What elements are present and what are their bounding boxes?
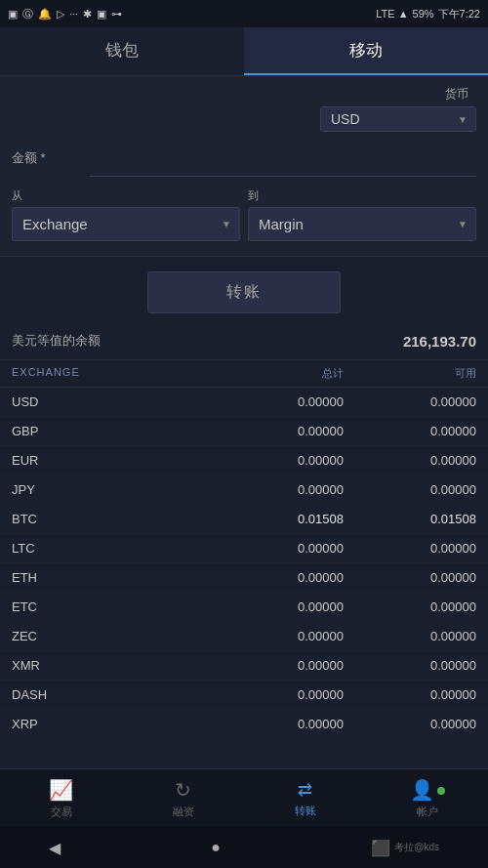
nav-account[interactable]: 👤 帐户 (366, 769, 488, 827)
funding-icon: ↻ (175, 778, 191, 802)
currency-cell: USD (12, 394, 211, 409)
transfer-button[interactable]: 转账 (147, 271, 341, 313)
nav-transfer[interactable]: ⇄ 转账 (244, 769, 366, 827)
available-cell: 0.00000 (344, 687, 476, 702)
available-cell: 0.00000 (344, 658, 476, 673)
available-cell: 0.00000 (344, 394, 476, 409)
currency-cell: ZEC (12, 629, 211, 643)
transfer-button-row: 转账 (0, 257, 488, 318)
transfer-label: 转账 (295, 804, 316, 818)
available-cell: 0.00000 (344, 482, 476, 497)
time-display: 下午7:22 (438, 7, 480, 21)
status-bar: ▣ Ⓖ 🔔 ▷ ··· ✱ ▣ ⊶ LTE ▲ 59% 下午7:22 (0, 0, 488, 27)
to-item: 到 Margin ▼ (248, 188, 476, 241)
currency-dropdown-arrow: ▼ (458, 114, 468, 125)
balance-value: 216,193.70 (403, 333, 476, 350)
icon-bluetooth: ✱ (83, 8, 92, 21)
currency-cell: JPY (12, 482, 211, 497)
table-header: EXCHANGE 总计 可用 (0, 360, 488, 388)
total-cell: 0.00000 (211, 482, 344, 497)
currency-cell: BTC (12, 512, 211, 526)
available-cell: 0.00000 (344, 541, 476, 556)
icon-g: Ⓖ (22, 7, 33, 21)
currency-cell: EUR (12, 453, 211, 468)
to-dropdown-arrow: ▼ (458, 219, 468, 229)
available-cell: 0.00000 (344, 424, 476, 438)
from-label: 从 (12, 188, 240, 203)
table-row: ZEC 0.00000 0.00000 (0, 622, 488, 651)
available-cell: 0.01508 (344, 512, 476, 526)
table-row: ETC 0.00000 0.00000 (0, 593, 488, 622)
signal-icon: LTE ▲ (376, 8, 408, 20)
form-area: 货币 USD ▼ 金额 * 从 Exchange ▼ 到 Margin ▼ (0, 76, 488, 257)
balance-area: 美元等值的余额 216,193.70 (0, 318, 488, 360)
table-row: DASH 0.00000 0.00000 (0, 681, 488, 710)
icon-play: ▷ (57, 8, 64, 21)
amount-input[interactable] (90, 140, 476, 177)
account-online-dot (437, 787, 445, 795)
from-value: Exchange (22, 216, 88, 232)
currency-cell: LTC (12, 541, 211, 556)
table-row: LTC 0.00000 0.00000 (0, 534, 488, 563)
currency-row: 货币 USD ▼ (12, 86, 476, 132)
table-body: USD 0.00000 0.00000 GBP 0.00000 0.00000 … (0, 388, 488, 739)
table-row: BTC 0.01508 0.01508 (0, 505, 488, 534)
bottom-nav: 📈 交易 ↻ 融资 ⇄ 转账 👤 帐户 (0, 768, 488, 827)
icon-bell: 🔔 (38, 8, 52, 21)
tab-wallet[interactable]: 钱包 (0, 27, 244, 75)
header-exchange: EXCHANGE (12, 366, 211, 381)
table-row: GBP 0.00000 0.00000 (0, 417, 488, 446)
to-label: 到 (248, 188, 476, 203)
from-select[interactable]: Exchange ▼ (12, 207, 240, 241)
balance-label: 美元等值的余额 (12, 332, 101, 350)
tab-transfer[interactable]: 移动 (244, 27, 488, 75)
icon-square: ▣ (8, 8, 18, 21)
amount-label: 金额 * (12, 149, 90, 167)
recents-area: ⬛ 考拉@kds (371, 839, 439, 857)
header-total: 总计 (211, 366, 344, 381)
available-cell: 0.00000 (344, 599, 476, 614)
total-cell: 0.00000 (211, 541, 344, 556)
table-row: XRP 0.00000 0.00000 (0, 710, 488, 739)
funding-label: 融资 (173, 805, 194, 819)
total-cell: 0.00000 (211, 717, 344, 731)
total-cell: 0.00000 (211, 658, 344, 673)
transfer-icon: ⇄ (298, 779, 312, 801)
total-cell: 0.00000 (211, 570, 344, 585)
nav-funding[interactable]: ↻ 融资 (122, 769, 244, 827)
table-row: XMR 0.00000 0.00000 (0, 651, 488, 681)
brand-label: 考拉@kds (394, 841, 439, 854)
recents-button[interactable]: ⬛ (371, 839, 390, 857)
currency-cell: XRP (12, 717, 211, 731)
currency-wrapper: 货币 USD ▼ (320, 86, 476, 132)
available-cell: 0.00000 (344, 570, 476, 585)
back-button[interactable]: ◀ (49, 839, 61, 857)
system-nav: ◀ ● ⬛ 考拉@kds (0, 827, 488, 868)
currency-cell: ETH (12, 570, 211, 585)
header-available: 可用 (344, 366, 476, 381)
icon-nfc: ▣ (97, 8, 106, 21)
home-button[interactable]: ● (211, 839, 221, 856)
total-cell: 0.00000 (211, 424, 344, 438)
from-item: 从 Exchange ▼ (12, 188, 240, 241)
status-left-icons: ▣ Ⓖ 🔔 ▷ ··· ✱ ▣ ⊶ (8, 7, 122, 21)
total-cell: 0.00000 (211, 599, 344, 614)
battery-level: 59% (413, 8, 434, 20)
to-select[interactable]: Margin ▼ (248, 207, 476, 241)
currency-value: USD (331, 111, 360, 127)
currency-cell: XMR (12, 658, 211, 673)
icon-dots: ··· (69, 8, 78, 20)
trades-icon: 📈 (49, 778, 73, 802)
available-cell: 0.00000 (344, 717, 476, 731)
currency-cell: ETC (12, 599, 211, 614)
nav-trades[interactable]: 📈 交易 (0, 769, 122, 827)
status-right-info: LTE ▲ 59% 下午7:22 (376, 7, 480, 21)
trades-label: 交易 (51, 805, 72, 819)
currency-select[interactable]: USD ▼ (320, 106, 476, 132)
table-row: JPY 0.00000 0.00000 (0, 475, 488, 505)
icon-key: ⊶ (111, 8, 122, 21)
table-row: EUR 0.00000 0.00000 (0, 446, 488, 475)
currency-label: 货币 (445, 86, 468, 103)
total-cell: 0.00000 (211, 629, 344, 643)
top-tabs: 钱包 移动 (0, 27, 488, 76)
